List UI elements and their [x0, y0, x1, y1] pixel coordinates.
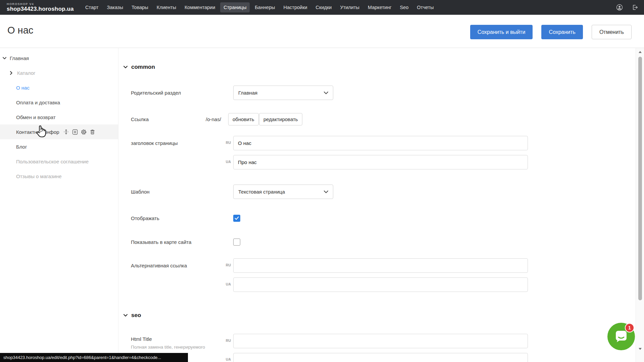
lang-badge-ru: RU: [219, 141, 231, 145]
logout-icon[interactable]: [631, 4, 639, 11]
chevron-right-icon[interactable]: [10, 71, 15, 75]
alt-link-ru-input[interactable]: [233, 258, 528, 273]
chat-unread-badge: 1: [625, 323, 634, 332]
nav-item-clients[interactable]: Клиенты: [153, 2, 180, 12]
header-actions: Сохранить и выйти Сохранить Отменить: [470, 25, 632, 39]
section-label: common: [131, 64, 155, 70]
scroll-down-icon[interactable]: [636, 346, 644, 352]
sidebar-item-blog[interactable]: Блог: [0, 139, 118, 154]
nav-item-reports[interactable]: Отчеты: [413, 2, 437, 12]
nav-item-marketing[interactable]: Маркетинг: [364, 2, 395, 12]
section-common[interactable]: common: [123, 62, 155, 72]
sitemap-label: Показывать в карте сайта: [131, 239, 191, 246]
chevron-down-icon: [324, 191, 328, 193]
lang-badge-ru: RU: [219, 263, 231, 267]
sidebar-item-label: Главная: [10, 55, 29, 61]
display-label: Отображать: [131, 215, 159, 222]
chevron-down-icon: [324, 92, 328, 94]
sidebar-item-user-agreement[interactable]: Пользовательское соглашение: [0, 154, 118, 169]
sidebar-item-label: Каталог: [17, 70, 36, 76]
nav-item-pages[interactable]: Страницы: [220, 2, 250, 12]
lang-badge-ru: RU: [219, 339, 231, 343]
lang-badge-ua: UA: [219, 160, 231, 164]
sidebar-item-payment-delivery[interactable]: Оплата и доставка: [0, 95, 118, 110]
display-checkbox[interactable]: [233, 215, 240, 222]
status-url: shop34423.horoshop.ua/edit/edit.php?id=6…: [3, 355, 161, 360]
page-title-ua-input[interactable]: [233, 155, 528, 169]
link-refresh-button[interactable]: обновить: [228, 113, 259, 125]
brand-logo[interactable]: HOROSHOP V4 shop34423.horoshop.ua: [7, 3, 80, 12]
main-menu: Старт Заказы Товары Клиенты Комментарии …: [82, 2, 437, 12]
nav-item-orders[interactable]: Заказы: [103, 2, 126, 12]
sidebar-item-about[interactable]: О нас: [0, 80, 118, 95]
scroll-up-icon[interactable]: [636, 49, 644, 55]
link-edit-button[interactable]: редактировать: [259, 113, 302, 125]
sidebar-item-exchange-return[interactable]: Обмен и возврат: [0, 110, 118, 124]
sidebar-item-contact-info[interactable]: Контактная инфор: [0, 124, 118, 139]
save-button[interactable]: Сохранить: [541, 25, 583, 39]
settings-icon[interactable]: [81, 129, 87, 135]
section-seo[interactable]: seo: [123, 310, 141, 320]
sidebar-item-label: Обмен и возврат: [16, 114, 56, 120]
top-navigation: HOROSHOP V4 shop34423.horoshop.ua Старт …: [0, 0, 644, 15]
sidebar-item-label: Блог: [16, 144, 27, 150]
html-title-note: Полная замена title, генерируемого: [131, 345, 205, 350]
sidebar-item-label: Пользовательское соглашение: [16, 159, 89, 164]
nav-item-utilities[interactable]: Утилиты: [337, 2, 363, 12]
scrollbar-thumb[interactable]: [638, 57, 642, 300]
vertical-scrollbar[interactable]: [636, 48, 644, 362]
check-icon: [235, 216, 239, 220]
lang-badge-ua: UA: [219, 357, 231, 361]
sitemap-checkbox[interactable]: [233, 239, 240, 246]
chevron-down-icon: [123, 314, 128, 317]
row-action-icons: [63, 129, 95, 135]
select-value: Главная: [238, 90, 257, 96]
chevron-down-icon[interactable]: [3, 57, 7, 59]
template-select[interactable]: Текстовая страница: [233, 185, 333, 199]
sidebar-item-label: Отзывы о магазине: [16, 173, 61, 179]
nav-item-banners[interactable]: Баннеры: [251, 2, 278, 12]
page-title-ru-input[interactable]: [233, 136, 528, 150]
cancel-button[interactable]: Отменить: [592, 25, 632, 39]
link-path: /o-nas/: [206, 113, 221, 125]
link-preview-statusbar: shop34423.horoshop.ua/edit/edit.php?id=6…: [0, 353, 188, 362]
save-and-exit-button[interactable]: Сохранить и выйти: [470, 25, 533, 39]
chevron-down-icon: [123, 66, 128, 68]
section-label: seo: [131, 312, 141, 319]
sidebar-item-store-reviews[interactable]: Отзывы о магазине: [0, 169, 118, 184]
html-title-ua-input[interactable]: [233, 353, 528, 362]
nav-item-comments[interactable]: Комментарии: [181, 2, 218, 12]
sidebar-item-catalog[interactable]: Каталог: [0, 65, 118, 80]
move-icon[interactable]: [63, 129, 69, 135]
nav-item-discounts[interactable]: Скидки: [312, 2, 335, 12]
html-title-label: Html Title: [131, 336, 152, 343]
nav-item-start[interactable]: Старт: [82, 2, 102, 12]
delete-icon[interactable]: [90, 129, 95, 135]
sidebar-item-home[interactable]: Главная: [0, 51, 118, 65]
add-icon[interactable]: [72, 129, 78, 135]
triangle-up-icon: [639, 51, 642, 53]
pages-tree-sidebar: Главная Каталог О нас Оплата и доставка …: [0, 48, 118, 362]
page-header: О нас Сохранить и выйти Сохранить Отмени…: [0, 15, 644, 48]
sidebar-item-label: Контактная инфор: [16, 129, 59, 135]
page-title-field-label: заголовок страницы: [131, 136, 178, 150]
sidebar-item-label: О нас: [16, 85, 30, 91]
parent-section-label: Родительский раздел: [131, 86, 181, 100]
template-label: Шаблон: [131, 185, 150, 199]
link-label: Ссылка: [131, 113, 149, 125]
html-title-ru-input[interactable]: [233, 334, 528, 348]
alt-link-ua-input[interactable]: [233, 277, 528, 292]
nav-item-products[interactable]: Товары: [128, 2, 152, 12]
parent-section-select[interactable]: Главная: [233, 86, 333, 100]
alt-link-label: Альтернативная ссылка: [131, 258, 187, 273]
page-edit-form: common Родительский раздел Главная Ссылк…: [119, 48, 636, 362]
lang-badge-ua: UA: [219, 282, 231, 286]
nav-item-seo[interactable]: Seo: [397, 2, 412, 12]
nav-item-settings[interactable]: Настройки: [280, 2, 310, 12]
sidebar-item-label: Оплата и доставка: [16, 100, 60, 105]
select-value: Текстовая страница: [238, 189, 285, 195]
brand-domain: shop34423.horoshop.ua: [7, 6, 80, 12]
account-icon[interactable]: [616, 4, 623, 11]
nav-right-icons: [616, 4, 639, 11]
triangle-down-icon: [639, 348, 642, 350]
